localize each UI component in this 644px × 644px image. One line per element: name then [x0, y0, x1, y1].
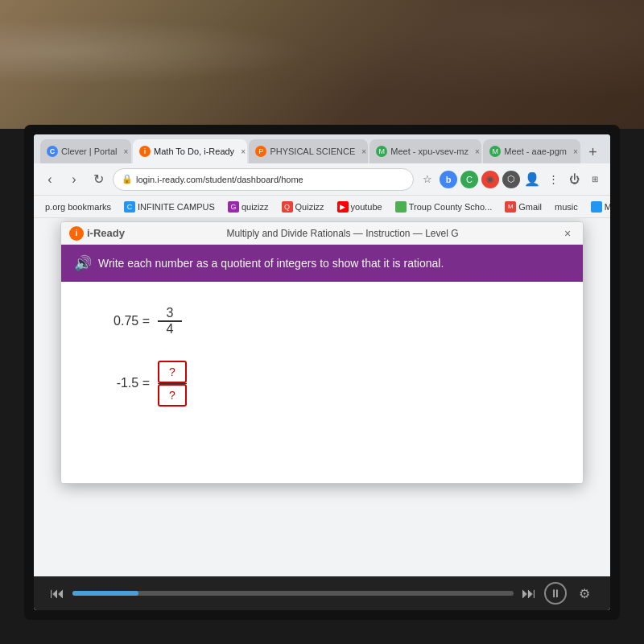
bookmark-quizizz[interactable]: G quizizz — [223, 200, 274, 214]
tab-iready-label: Math To Do, i-Ready — [154, 147, 234, 156]
bookmark-star[interactable]: ☆ — [419, 171, 436, 188]
bookmark-porg-label: p.org bookmarks — [45, 202, 111, 212]
problem-2-numerator-input[interactable]: ? — [158, 361, 187, 383]
iready-logo: i i-Ready — [69, 226, 125, 241]
chrome-menu[interactable]: ⋮ — [544, 171, 562, 188]
iready-logo-text: i-Ready — [87, 227, 125, 239]
lock-icon: 🔒 — [122, 174, 133, 184]
clever-favicon: C — [47, 146, 58, 157]
member-favicon — [591, 201, 602, 213]
problem-1-denominator: 4 — [158, 322, 182, 336]
problem-1-label: 0.75 = — [101, 314, 150, 328]
bookmark-youtube[interactable]: ▶ youtube — [332, 200, 387, 214]
browser-actions: ☆ b C ◉ ⬡ 👤 ⋮ ⏻ ⊞ — [419, 171, 604, 188]
tab-physical-science[interactable]: P PHYSICAL SCIENCE × — [249, 139, 368, 163]
main-content: i i-Ready Multiply and Divide Rationals … — [34, 218, 610, 576]
progress-bar[interactable] — [72, 591, 514, 596]
bookmark-quiziz2[interactable]: Q Quizizz — [277, 200, 329, 214]
monitor-screen: C Clever | Portal × i Math To Do, i-Read… — [34, 134, 610, 610]
troup-favicon — [395, 201, 407, 213]
physical-science-favicon: P — [255, 146, 266, 157]
bookmark-music-label: music — [555, 202, 578, 212]
tab-clever-close[interactable]: × — [124, 147, 129, 156]
chrome-c-btn[interactable]: C — [460, 171, 478, 188]
tab-clever[interactable]: C Clever | Portal × — [40, 139, 131, 163]
tab-physical-science-close[interactable]: × — [361, 147, 366, 156]
address-bar: ‹ › ↻ 🔒 login.i-ready.com/student/dashbo… — [34, 163, 610, 196]
bookmark-infinite-campus-label: INFINITE CAMPUS — [138, 202, 215, 212]
settings-button[interactable]: ⚙ — [575, 584, 594, 603]
bookmark-member-label: Member Login - US... — [605, 202, 610, 212]
iready-logo-icon: i — [69, 226, 84, 241]
tab-meet1[interactable]: M Meet - xpu-vsev-mz × — [369, 139, 481, 163]
iready-favicon: i — [139, 146, 151, 157]
url-text: login.i-ready.com/student/dashboard/home — [136, 175, 303, 184]
bookmark-infinite-campus[interactable]: C INFINITE CAMPUS — [119, 200, 220, 214]
problem-1-row: 0.75 = 3 4 — [101, 306, 543, 336]
tab-clever-label: Clever | Portal — [61, 147, 118, 156]
chrome-power[interactable]: ⏻ — [565, 171, 583, 188]
skip-forward-button[interactable]: ⏭ — [522, 585, 536, 602]
monitor: C Clever | Portal × i Math To Do, i-Read… — [24, 125, 620, 620]
reload-button[interactable]: ↻ — [89, 170, 108, 189]
speaker-icon[interactable]: 🔊 — [74, 254, 92, 272]
problem-2-label: -1.5 = — [101, 376, 150, 390]
meet1-favicon: M — [376, 146, 387, 157]
iready-close-button[interactable]: × — [560, 226, 575, 241]
url-bar[interactable]: 🔒 login.i-ready.com/student/dashboard/ho… — [113, 168, 414, 191]
media-bar: ⏮ ⏭ ⏸ ⚙ — [34, 576, 610, 610]
chrome-b-btn[interactable]: b — [440, 171, 457, 188]
chrome-profile[interactable]: 👤 — [523, 171, 541, 188]
chrome-apps[interactable]: ⊞ — [586, 171, 604, 188]
tab-iready-close[interactable]: × — [241, 147, 246, 156]
chrome-ext1[interactable]: ◉ — [481, 171, 499, 188]
iready-window: i i-Ready Multiply and Divide Rationals … — [60, 221, 584, 484]
quiziz2-favicon: Q — [282, 201, 293, 213]
new-tab-button[interactable]: + — [582, 141, 604, 163]
forward-button[interactable]: › — [64, 170, 84, 189]
bookmark-porg[interactable]: p.org bookmarks — [40, 200, 116, 213]
play-pause-button[interactable]: ⏸ — [544, 582, 567, 605]
skip-back-button[interactable]: ⏮ — [50, 585, 64, 602]
bookmark-youtube-label: youtube — [351, 202, 382, 212]
tab-bar: C Clever | Portal × i Math To Do, i-Read… — [34, 134, 610, 163]
meet2-favicon: M — [489, 146, 501, 157]
youtube-favicon: ▶ — [337, 201, 349, 213]
bookmarks-bar: p.org bookmarks C INFINITE CAMPUS G quiz… — [34, 196, 610, 218]
bookmark-gmail-label: Gmail — [518, 202, 542, 212]
quizizz-favicon: G — [228, 201, 239, 213]
problem-1-fraction: 3 4 — [158, 306, 182, 336]
iready-content: 0.75 = 3 4 -1.5 = — [61, 282, 583, 483]
iready-question-text: Write each number as a quotient of integ… — [98, 257, 444, 270]
bookmark-music[interactable]: music — [550, 200, 583, 213]
tab-physical-science-label: PHYSICAL SCIENCE — [270, 147, 355, 156]
iready-window-title: Multiply and Divide Rationals — Instruct… — [226, 228, 458, 239]
back-button[interactable]: ‹ — [40, 170, 60, 189]
problem-2-denominator-input[interactable]: ? — [158, 384, 187, 407]
problem-2-fraction: ? ? — [158, 361, 187, 407]
tab-meet1-label: Meet - xpu-vsev-mz — [390, 147, 469, 156]
bookmark-member[interactable]: Member Login - US... — [586, 200, 610, 214]
tab-meet2-close[interactable]: × — [573, 147, 578, 156]
gmail-favicon: M — [505, 201, 516, 213]
bookmark-gmail[interactable]: M Gmail — [500, 200, 547, 214]
tab-meet2-label: Meet - aae-pgm — [504, 147, 567, 156]
infinite-campus-favicon: C — [124, 201, 135, 213]
iready-titlebar: i i-Ready Multiply and Divide Rationals … — [61, 222, 583, 245]
tab-iready[interactable]: i Math To Do, i-Ready × — [133, 139, 247, 163]
bookmark-troup[interactable]: Troup County Scho... — [390, 200, 497, 214]
iready-header: 🔊 Write each number as a quotient of int… — [61, 245, 583, 282]
bookmark-troup-label: Troup County Scho... — [409, 202, 493, 212]
browser: C Clever | Portal × i Math To Do, i-Read… — [34, 134, 610, 610]
problem-1-numerator: 3 — [158, 306, 182, 320]
chrome-ext2[interactable]: ⬡ — [502, 171, 520, 188]
bookmark-quizizz-label: quizizz — [242, 202, 269, 212]
bookmark-quiziz2-label: Quizizz — [295, 202, 324, 212]
tab-meet1-close[interactable]: × — [475, 147, 480, 156]
math-problem-container: 0.75 = 3 4 -1.5 = — [85, 298, 559, 415]
tab-meet2[interactable]: M Meet - aae-pgm × — [483, 139, 580, 163]
progress-fill — [72, 591, 138, 596]
problem-2-row: -1.5 = ? ? — [101, 361, 543, 407]
room-background — [0, 0, 644, 129]
